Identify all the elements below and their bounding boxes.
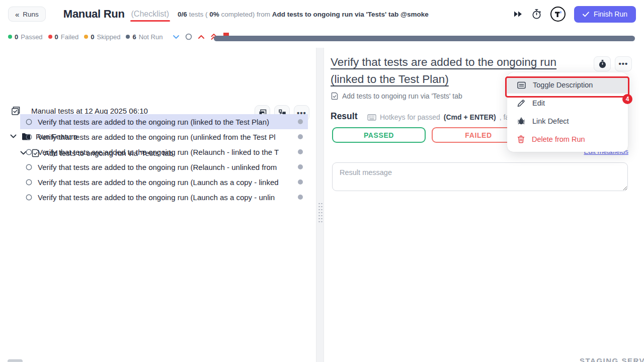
passed-dot-icon [8,35,12,39]
hotkeys-hint: Hotkeys for passed (Cmd + ENTER) , fa [367,113,509,121]
tests-ratio: 0/6 [178,11,187,18]
annotation-step-badge: 4 [622,94,632,104]
checklist-copy-icon [11,106,21,116]
notrun-dot-icon [126,35,130,39]
check-icon [583,12,589,17]
stopwatch-filled-icon [599,60,606,68]
test-title: Verify that tests are added to the ongoi… [38,148,279,156]
notrun-count: 6 [132,33,136,41]
test-row[interactable]: Verify that tests are added to the ongoi… [20,144,308,159]
not-run-circle-icon [26,134,32,140]
notrun-label: Not Run [139,33,163,41]
status-passed: 0Passed [8,33,43,41]
passed-count: 0 [15,33,18,41]
run-source: Add tests to ongoing run via 'Tests' tab… [272,11,429,18]
passed-label: Passed [21,33,42,41]
failed-label: Failed [61,33,78,41]
not-run-circle-icon [26,194,32,201]
test-row[interactable]: Verify that tests are added to the ongoi… [20,159,308,174]
test-row[interactable]: Verify that tests are added to the ongoi… [20,114,308,129]
finish-run-label: Finish Run [594,10,627,18]
staging-watermark: STAGING SERVER [580,356,644,362]
suite-breadcrumb-link[interactable]: Add tests to ongoing run via 'Tests' tab [331,92,462,100]
tests-tree-panel: Manual tests at 12 Aug 2025 06:10 ••• [0,48,316,362]
test-row[interactable]: Verify that tests are added to the ongoi… [20,174,308,190]
passed-button[interactable]: PASSED [332,127,426,143]
test-title: Verify that tests are added to the ongoi… [38,118,269,126]
test-row[interactable]: Verify that tests are added to the ongoi… [20,190,308,205]
test-title: Verify that tests are added to the ongoi… [38,133,276,141]
test-context-menu: Toggle Description Edit Link Defect [507,72,628,152]
not-run-circle-icon [26,149,32,155]
test-row[interactable]: Verify that tests are added to the ongoi… [20,129,308,144]
back-button-label: Runs [23,11,39,18]
stats-text: tests ( [187,11,209,18]
run-mode-label: (Checklist) [131,10,170,19]
percent-completed: 0% [209,11,219,18]
test-status-dot [298,149,303,154]
menu-item-toggle-description[interactable]: Toggle Description [507,76,628,94]
failed-count: 0 [55,33,58,41]
app-logo[interactable] [550,7,566,22]
run-stats: 0/6 tests ( 0% completed) from Add tests… [178,11,429,18]
keyboard-icon [367,114,376,121]
stats-text2: completed) from [219,11,272,18]
test-status-dot [298,134,303,139]
menu-item-link-defect[interactable]: Link Defect [507,113,628,130]
status-skipped: 0Skipped [84,33,120,41]
run-progress-bar [214,36,635,41]
status-bar: 0Passed 0Failed 0Skipped 6Not Run [8,30,229,43]
timer-button[interactable] [594,56,611,71]
double-chevron-left-icon: « [15,11,19,18]
pencil-icon [517,99,525,107]
test-status-dot [298,179,303,185]
skipped-count: 0 [91,33,94,41]
menu-item-label: Link Defect [532,117,569,125]
circle-status-icon[interactable] [185,33,192,40]
skipped-label: Skipped [97,33,121,41]
status-notrun: 6Not Run [126,33,163,41]
test-title: Verify that tests are added to the ongoi… [38,193,275,202]
result-heading: Result [331,111,357,122]
hotkeys-prefix: Hotkeys for passed [380,113,440,121]
app-window: « Runs Manual Run (Checklist) 0/6 tests … [0,0,644,362]
status-failed: 0Failed [48,33,79,41]
skipped-dot-icon [84,35,88,39]
bug-icon [517,117,525,125]
result-message-input[interactable] [332,162,628,191]
not-run-circle-icon [26,179,32,186]
test-status-dot [298,195,303,200]
detail-more-button[interactable]: ••• [615,56,632,71]
hotkeys-combo: (Cmd + ENTER) [444,113,496,121]
test-status-dot [298,119,303,124]
menu-item-label: Toggle Description [533,81,593,89]
not-run-circle-icon [26,119,32,125]
chevron-up-icon[interactable] [198,35,205,39]
finish-run-button[interactable]: Finish Run [574,6,636,23]
chevron-down-icon[interactable] [10,134,17,138]
top-header: « Runs Manual Run (Checklist) 0/6 tests … [8,0,429,28]
test-title: Verify that tests are added to the ongoi… [38,178,279,187]
fast-forward-icon[interactable] [514,11,523,18]
drag-grip-icon [318,202,323,224]
document-check-icon [331,92,338,100]
description-icon [517,81,526,89]
test-status-dot [298,164,303,169]
menu-item-label: Edit [532,99,545,107]
failed-dot-icon [48,35,52,39]
test-title: Verify that tests are added to the ongoi… [38,163,277,171]
back-to-runs-button[interactable]: « Runs [8,7,46,22]
chevron-down-icon[interactable] [173,35,180,39]
panel-resize-handle[interactable] [316,48,324,362]
stopwatch-icon[interactable] [531,9,542,20]
not-run-circle-icon [26,164,32,170]
bottom-left-clipped-element [8,359,23,362]
detail-actions: ••• [594,56,632,71]
header-actions: Finish Run [514,0,636,28]
menu-item-edit[interactable]: Edit [507,95,628,112]
suite-breadcrumb-label: Add tests to ongoing run via 'Tests' tab [342,92,462,100]
menu-item-delete-from-run[interactable]: Delete from Run [507,131,628,148]
menu-item-label: Delete from Run [532,135,585,143]
trash-icon [517,135,525,143]
page-title: Manual Run [63,8,125,21]
